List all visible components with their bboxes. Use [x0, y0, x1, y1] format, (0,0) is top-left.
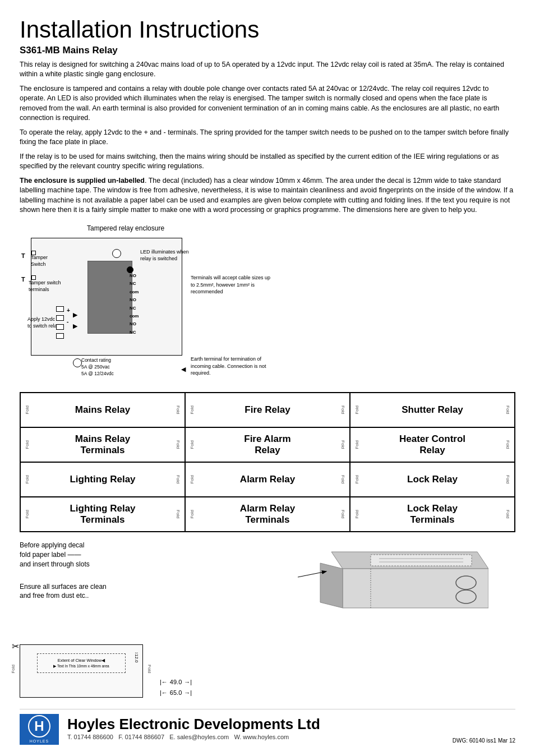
- alarm-relay-terminals-label: Alarm RelayTerminals: [196, 503, 339, 526]
- fold-left-10: Fold: [23, 509, 31, 520]
- label-cell-mains-relay-terminals: Fold Mains RelayTerminals Fold: [20, 427, 185, 462]
- lock-relay-terminals-label: Lock RelayTerminals: [361, 503, 504, 526]
- fold-left-dim: Fold: [10, 665, 16, 674]
- terminals-note: Terminals will accept cable sizes up to …: [191, 274, 275, 296]
- lock-relay-label: Lock Relay: [361, 474, 504, 485]
- intro-paragraph-2: The enclosure is tampered and contains a…: [20, 84, 515, 123]
- earth-terminal-label: Earth terminal for termination of incomi…: [191, 356, 280, 377]
- footer-text-block: Hoyles Electronic Developments Ltd T. 01…: [67, 717, 444, 741]
- logo-subtext: HOYLES: [30, 739, 49, 744]
- logo-h-letter: H: [34, 720, 44, 733]
- fold-right-9: Fold: [504, 474, 512, 485]
- company-name: Hoyles Electronic Developments Ltd: [67, 717, 444, 731]
- subtitle: S361-MB Mains Relay: [20, 44, 515, 57]
- decal-section: Before applying decalfold paper label ——…: [20, 541, 515, 636]
- label-cell-lock-relay: Fold Lock Relay Fold: [350, 462, 515, 497]
- tamper-switch-label: TamperSwitch: [31, 255, 48, 268]
- label-cell-alarm-relay-terminals: Fold Alarm RelayTerminals Fold: [185, 497, 350, 532]
- width1-value: 49.0: [170, 678, 182, 686]
- label-cell-heater-control-relay: Fold Heater ControlRelay Fold: [350, 427, 515, 462]
- intro-paragraph-1: This relay is designed for switching a 2…: [20, 60, 515, 80]
- clear-window-label: Extent of Clear Window◀: [58, 658, 105, 664]
- height-measurement: ↕12.0: [133, 652, 140, 663]
- alarm-relay-label: Alarm Relay: [196, 474, 339, 485]
- fold-right-11: Fold: [339, 509, 347, 520]
- fold-right-8: Fold: [339, 474, 347, 485]
- fold-left-2: Fold: [188, 404, 196, 416]
- fold-left-7: Fold: [23, 474, 31, 485]
- heater-control-relay-label: Heater ControlRelay: [361, 434, 504, 457]
- fold-right-6: Fold: [504, 439, 512, 450]
- label-cell-lighting-relay-terminals: Fold Lighting RelayTerminals Fold: [20, 497, 185, 532]
- decal-line1: Before applying decalfold paper label ——…: [20, 541, 265, 569]
- mains-relay-terminals-label: Mains RelayTerminals: [31, 434, 174, 457]
- fold-right-5: Fold: [339, 439, 347, 450]
- tamper-t2-label: T: [21, 275, 25, 284]
- intro-paragraph-4: If the relay is to be used for mains swi…: [20, 152, 515, 172]
- footer: H HOYLES Hoyles Electronic Developments …: [20, 709, 515, 745]
- fold-left-8: Fold: [188, 474, 196, 485]
- width-measurements: |←49.0→| |←65.0→|: [160, 644, 192, 698]
- fold-left-9: Fold: [353, 474, 361, 485]
- label-cell-alarm-relay: Fold Alarm Relay Fold: [185, 462, 350, 497]
- svg-marker-2: [320, 563, 343, 608]
- fold-left-5: Fold: [188, 439, 196, 450]
- fold-right-3: Fold: [504, 404, 512, 416]
- label-grid: Fold Mains Relay Fold Fold Fire Relay Fo…: [20, 392, 515, 532]
- label-cell-mains-relay: Fold Mains Relay Fold: [20, 393, 185, 427]
- plus-label: +: [67, 307, 70, 315]
- contact-rating: Contact rating5A @ 250vac5A @ 12/24vdc: [81, 357, 114, 377]
- enclosure-label: Tampered relay enclosure: [87, 224, 164, 233]
- email: E. sales@hoyles.com: [169, 734, 229, 740]
- dimension-box: ✂ Fold Fold Extent of Clear Window◀ ▶ Te…: [20, 644, 143, 698]
- decal-illustration: [270, 541, 515, 636]
- fold-right-10: Fold: [174, 509, 182, 520]
- fold-right-12: Fold: [504, 509, 512, 520]
- diagram-section: Tampered relay enclosure NO NC com NO NC…: [20, 224, 515, 386]
- dimension-section: ✂ Fold Fold Extent of Clear Window◀ ▶ Te…: [20, 644, 515, 698]
- text-area-label: ▶ Text In This 10mm x 46mm area: [53, 663, 109, 669]
- fold-right-dim: Fold: [146, 665, 153, 674]
- apply-label: Apply 12vdcto switch relay: [27, 316, 59, 329]
- fold-left-1: Fold: [23, 404, 31, 416]
- tamper-dot2: [31, 275, 36, 280]
- term-sq1: [56, 306, 64, 312]
- svg-marker-1: [343, 569, 488, 608]
- tamper-terminals-label: Tamper switchterminals: [29, 280, 61, 293]
- tamper-dot1: [31, 251, 36, 255]
- relay-circle-top: [112, 249, 121, 258]
- logo-circle: H: [28, 715, 50, 737]
- fold-right-4: Fold: [174, 439, 182, 450]
- fold-right-7: Fold: [174, 474, 182, 485]
- fold-left-6: Fold: [353, 439, 361, 450]
- decal-3d-svg: [298, 541, 488, 636]
- term-sq4: [56, 333, 64, 339]
- intro-paragraph-5: The enclosure is supplied un-labelled. T…: [20, 176, 515, 215]
- lighting-relay-terminals-label: Lighting RelayTerminals: [31, 503, 174, 526]
- fold-left-12: Fold: [353, 509, 361, 520]
- width2-measurement: |←65.0→|: [160, 689, 192, 697]
- led-label: LED illuminates whenrelay is switched: [140, 249, 196, 262]
- fire-relay-label: Fire Relay: [196, 404, 339, 416]
- relay-circle-bottom: [73, 358, 82, 367]
- lighting-relay-label: Lighting Relay: [31, 474, 174, 485]
- fold-right-2: Fold: [339, 404, 347, 416]
- label-cell-lighting-relay: Fold Lighting Relay Fold: [20, 462, 185, 497]
- web: W. www.hoyles.com: [234, 734, 289, 740]
- relay-block: [87, 261, 132, 334]
- page-title: Installation Instructions: [20, 17, 515, 43]
- term-sq2: [56, 315, 64, 321]
- term-sq3: [56, 324, 64, 330]
- fire-alarm-relay-label: Fire AlarmRelay: [196, 434, 339, 457]
- arrow1: ▶: [73, 311, 77, 319]
- fold-left-4: Fold: [23, 439, 31, 450]
- svg-marker-3: [371, 555, 472, 566]
- label-cell-fire-alarm-relay: Fold Fire AlarmRelay Fold: [185, 427, 350, 462]
- contact-info: T. 01744 886600 F. 01744 886607 E. sales…: [67, 733, 444, 741]
- fax: F. 01744 886607: [118, 734, 164, 740]
- clear-window-area: Extent of Clear Window◀ ▶ Text In This 1…: [37, 653, 126, 673]
- tel: T. 01744 886600: [67, 734, 113, 740]
- decal-line2: Ensure all surfaces are cleanand free fr…: [20, 582, 265, 601]
- shutter-relay-label: Shutter Relay: [361, 404, 504, 416]
- width1-measurement: |←49.0→|: [160, 678, 192, 686]
